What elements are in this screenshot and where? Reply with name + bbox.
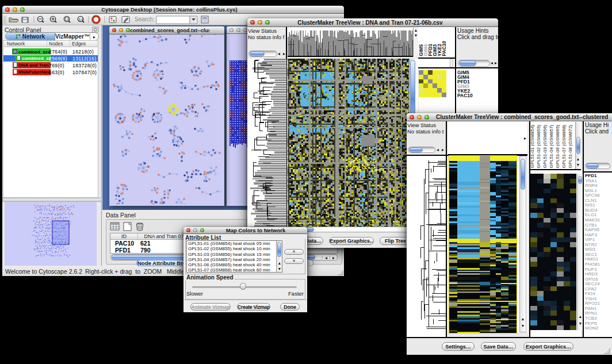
- svg-text:1:1: 1:1: [79, 18, 83, 21]
- svg-text:Search:: Search:: [135, 16, 154, 22]
